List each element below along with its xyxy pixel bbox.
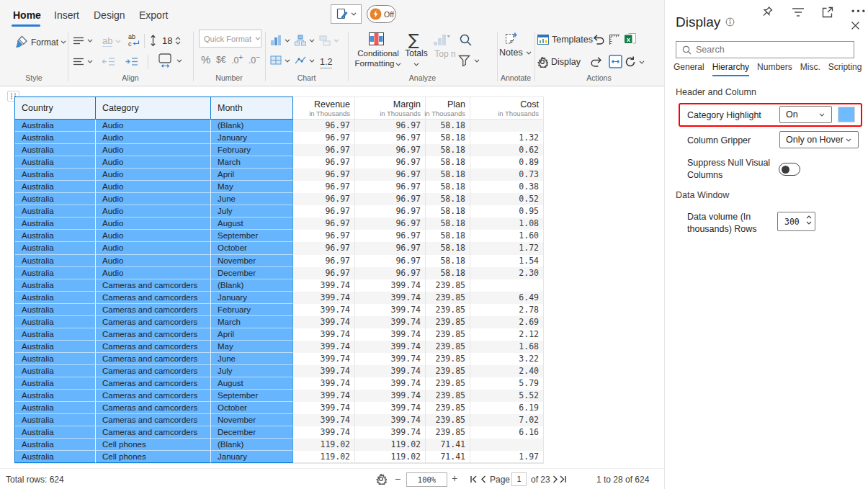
- cell-category[interactable]: Cell phones: [96, 439, 211, 451]
- cell-country[interactable]: Australia: [15, 132, 96, 144]
- cell-month[interactable]: August: [211, 217, 293, 230]
- cell-country[interactable]: Australia: [15, 439, 96, 451]
- cell-plan[interactable]: 58.18: [426, 242, 470, 254]
- cell-revenue[interactable]: 399.74: [293, 341, 355, 353]
- cell-cost[interactable]: 6.19: [470, 402, 544, 414]
- cell-revenue[interactable]: 399.74: [293, 328, 355, 341]
- cell-margin[interactable]: 399.74: [355, 279, 426, 292]
- panel-search-input[interactable]: Search: [676, 41, 854, 58]
- table-row[interactable]: AustraliaCameras and camcordersMarch399.…: [14, 316, 544, 328]
- cell-plan[interactable]: 239.85: [426, 292, 470, 304]
- cell-plan[interactable]: 239.85: [426, 377, 470, 390]
- cell-month[interactable]: September: [211, 390, 293, 402]
- cell-country[interactable]: Australia: [15, 304, 96, 316]
- cell-month[interactable]: January: [211, 132, 293, 144]
- fit-width-button[interactable]: [609, 55, 622, 68]
- cell-category[interactable]: Cell phones: [96, 451, 211, 463]
- cell-category[interactable]: Cameras and camcorders: [96, 390, 211, 402]
- tab-export[interactable]: Export: [139, 9, 168, 21]
- cell-month[interactable]: December: [211, 426, 293, 439]
- table-row[interactable]: AustraliaCell phones(Blank)119.02119.027…: [14, 439, 544, 451]
- cell-cost[interactable]: 7.02: [470, 414, 544, 426]
- table-row[interactable]: AustraliaCameras and camcordersAugust399…: [14, 377, 544, 390]
- cell-cost[interactable]: 0.38: [470, 181, 544, 193]
- cell-plan[interactable]: 58.18: [426, 255, 470, 267]
- category-highlight-dropdown[interactable]: On: [779, 106, 832, 123]
- cell-cost[interactable]: 2.78: [470, 304, 544, 316]
- table-row[interactable]: AustraliaAudioJune96.9796.9758.180.52: [14, 193, 544, 205]
- text-rotate-button[interactable]: ab: [102, 35, 121, 47]
- table-row[interactable]: AustraliaAudioFebruary96.9796.9758.180.6…: [14, 144, 544, 156]
- undo-button[interactable]: [592, 34, 604, 45]
- cell-margin[interactable]: 399.74: [355, 377, 426, 390]
- info-icon[interactable]: [725, 17, 735, 27]
- cell-plan[interactable]: 239.85: [426, 390, 470, 402]
- cell-margin[interactable]: 399.74: [355, 390, 426, 402]
- cell-month[interactable]: (Blank): [211, 279, 293, 292]
- cell-category[interactable]: Cameras and camcorders: [96, 426, 211, 439]
- cell-category[interactable]: Audio: [96, 120, 211, 132]
- hierarchy-chart-button[interactable]: [295, 35, 315, 46]
- cell-revenue[interactable]: 399.74: [293, 377, 355, 390]
- column-width-button[interactable]: [158, 53, 182, 68]
- cell-month[interactable]: May: [211, 181, 293, 193]
- table-row[interactable]: AustraliaCameras and camcordersJuly399.7…: [14, 365, 544, 377]
- filter-panel-icon[interactable]: [792, 7, 805, 18]
- cell-country[interactable]: Australia: [15, 230, 96, 242]
- totals-button[interactable]: Totals: [402, 49, 431, 68]
- cell-category[interactable]: Cameras and camcorders: [96, 341, 211, 353]
- cell-revenue[interactable]: 119.02: [293, 439, 355, 451]
- cell-category[interactable]: Audio: [96, 181, 211, 193]
- cell-plan[interactable]: 239.85: [426, 341, 470, 353]
- cell-month[interactable]: August: [211, 377, 293, 390]
- cell-category[interactable]: Audio: [96, 169, 211, 181]
- cell-cost[interactable]: 0.52: [470, 193, 544, 205]
- conditional-formatting-label[interactable]: Conditional Formatting: [354, 49, 402, 68]
- cell-category[interactable]: Audio: [96, 267, 211, 279]
- cell-country[interactable]: Australia: [15, 242, 96, 254]
- cell-month[interactable]: March: [211, 316, 293, 328]
- cell-category[interactable]: Cameras and camcorders: [96, 365, 211, 377]
- top-n-button[interactable]: Top n: [432, 49, 458, 59]
- cell-revenue[interactable]: 96.97: [293, 230, 355, 242]
- cell-country[interactable]: Australia: [15, 451, 96, 463]
- table-row[interactable]: AustraliaCameras and camcordersMay399.74…: [14, 341, 544, 353]
- cell-cost[interactable]: 1.32: [470, 132, 544, 144]
- cell-plan[interactable]: 239.85: [426, 316, 470, 328]
- cell-cost[interactable]: 1.72: [470, 242, 544, 254]
- tab-home[interactable]: Home: [13, 9, 41, 21]
- cell-country[interactable]: Australia: [15, 279, 96, 292]
- zoom-out-button[interactable]: −: [395, 473, 401, 485]
- analyze-search-button[interactable]: [459, 33, 473, 47]
- cell-margin[interactable]: 399.74: [355, 304, 426, 316]
- outdent-button[interactable]: [102, 57, 115, 67]
- cell-cost[interactable]: 2.40: [470, 365, 544, 377]
- table-row[interactable]: AustraliaAudioApril96.9796.9758.180.73: [14, 169, 544, 181]
- cell-month[interactable]: March: [211, 156, 293, 169]
- cell-plan[interactable]: 239.85: [426, 279, 470, 292]
- table-row[interactable]: AustraliaAudioAugust96.9796.9758.181.08: [14, 217, 544, 230]
- page-number-input[interactable]: 1: [511, 472, 527, 486]
- cell-margin[interactable]: 96.97: [355, 217, 426, 230]
- panel-tab-numbers[interactable]: Numbers: [757, 62, 792, 76]
- cell-plan[interactable]: 58.18: [426, 217, 470, 230]
- cell-margin[interactable]: 96.97: [355, 181, 426, 193]
- column-gripper-dropdown[interactable]: Only on Hover: [779, 131, 859, 148]
- cell-margin[interactable]: 96.97: [355, 255, 426, 267]
- cell-country[interactable]: Australia: [15, 316, 96, 328]
- cell-revenue[interactable]: 119.02: [293, 451, 355, 463]
- cell-plan[interactable]: 58.18: [426, 193, 470, 205]
- cell-margin[interactable]: 399.74: [355, 414, 426, 426]
- cell-category[interactable]: Audio: [96, 217, 211, 230]
- table-layout-button[interactable]: [270, 55, 290, 66]
- table-row[interactable]: AustraliaCell phonesJanuary119.02119.027…: [14, 451, 544, 463]
- cell-revenue[interactable]: 399.74: [293, 292, 355, 304]
- cell-cost[interactable]: 6.16: [470, 426, 544, 439]
- cell-plan[interactable]: 71.41: [426, 451, 470, 463]
- cell-country[interactable]: Australia: [15, 390, 96, 402]
- cell-category[interactable]: Cameras and camcorders: [96, 316, 211, 328]
- table-row[interactable]: AustraliaAudioDecember96.9796.9758.182.3…: [14, 267, 544, 279]
- edit-mode-button[interactable]: [331, 4, 362, 24]
- zoom-level-input[interactable]: 100%: [406, 472, 447, 487]
- table-row[interactable]: AustraliaAudioNovember96.9796.9758.181.5…: [14, 255, 544, 267]
